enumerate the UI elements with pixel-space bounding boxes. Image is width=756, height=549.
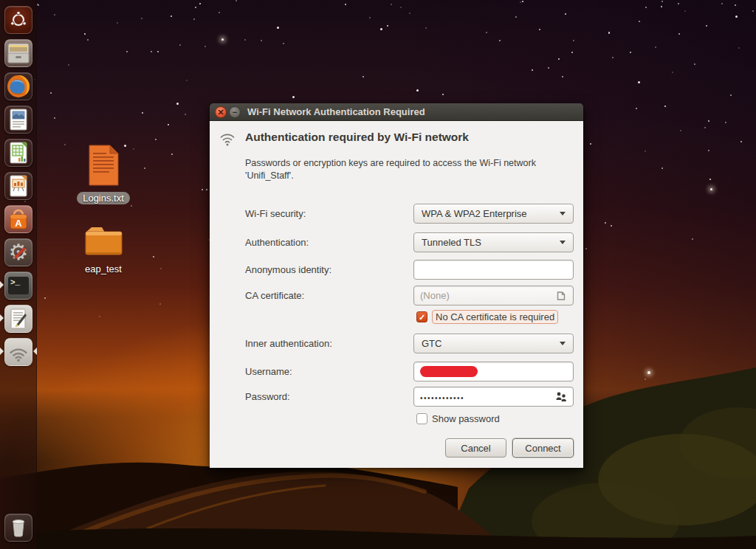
ca-certificate-value: (None) [420,290,450,301]
connect-button[interactable]: Connect [512,438,574,458]
text-editor-icon [4,305,32,333]
focused-indicator-arrow [33,348,37,355]
wifi-security-dropdown[interactable]: WPA & WPA2 Enterprise [413,204,574,224]
running-indicator-arrow [0,314,4,322]
username-row: Username: [210,362,583,381]
launcher-item-terminal[interactable]: >_ [4,271,33,300]
authentication-row: Authentication: Tunneled TLS [210,232,583,252]
launcher-item-trash[interactable] [4,513,33,542]
svg-text:A: A [15,218,22,229]
checkbox-checked-icon[interactable]: ✓ [416,311,427,322]
wifi-security-label: Wi-Fi security: [245,204,306,224]
authentication-label: Authentication: [245,232,309,252]
dialog-body: Authentication required by Wi-Fi network… [210,121,583,468]
launcher-item-system-settings[interactable]: ⚙ [4,238,33,267]
anonymous-identity-input[interactable] [413,260,574,280]
password-row: Password: •••••••••••• [210,387,583,407]
firefox-icon [4,72,32,100]
cancel-button[interactable]: Cancel [445,438,506,458]
wifi-security-row: Wi-Fi security: WPA & WPA2 Enterprise [210,204,583,224]
launcher-item-ubuntu-dash[interactable] [4,5,33,35]
dialog-description: Passwords or encryption keys are require… [245,157,577,183]
libreoffice-writer-icon [4,106,32,134]
show-password-row[interactable]: Show password [416,413,500,424]
username-label: Username: [245,362,292,381]
desktop-icon-logins-file[interactable]: Logins.txt [75,144,131,204]
wifi-icon [219,132,236,147]
system-settings-icon: ⚙ [4,238,32,266]
launcher-item-file-manager[interactable] [4,38,33,68]
text-file-icon [84,144,123,187]
anonymous-identity-row: Anonymous identity: [210,260,583,280]
terminal-icon: >_ [4,272,32,300]
minimize-icon[interactable]: − [229,106,241,118]
username-redaction [420,366,478,377]
desktop-icon-eap-test-folder[interactable]: eap_test [75,224,131,275]
trash-icon [4,514,32,542]
running-indicator-arrow [0,281,4,289]
launcher-item-software-center[interactable]: A [4,204,33,234]
launcher-item-wifi-networks[interactable] [4,337,33,367]
desktop: A ⚙ >_ [0,0,756,549]
no-ca-required-label: No CA certificate is required [432,310,558,324]
username-input[interactable] [413,362,574,381]
checkbox-unchecked-icon[interactable] [416,413,427,424]
libreoffice-calc-icon [4,139,32,167]
close-icon[interactable]: ✕ [215,106,227,118]
folder-icon [82,224,125,258]
authentication-dropdown[interactable]: Tunneled TLS [413,232,574,252]
file-chooser-icon [555,290,567,302]
users-icon [555,391,567,402]
launcher-item-libreoffice-impress[interactable] [4,171,33,201]
wifi-launcher-icon [4,338,32,366]
launcher-item-libreoffice-writer[interactable] [4,105,33,134]
file-manager-icon [4,39,32,67]
wifi-auth-dialog: ✕ − Wi-Fi Network Authentication Require… [210,103,583,468]
wifi-security-value: WPA & WPA2 Enterprise [422,208,527,219]
software-center-icon: A [4,205,32,233]
authentication-value: Tunneled TLS [422,237,481,248]
password-label: Password: [245,387,290,407]
dialog-title: Wi-Fi Network Authentication Required [247,103,425,121]
unity-launcher: A ⚙ >_ [0,0,37,549]
anonymous-identity-label: Anonymous identity: [245,260,331,280]
no-ca-required-checkbox-row[interactable]: ✓ No CA certificate is required [416,310,558,324]
launcher-item-firefox[interactable] [4,72,33,101]
launcher-item-libreoffice-calc[interactable] [4,138,33,168]
inner-authentication-label: Inner authentication: [245,334,332,353]
libreoffice-impress-icon [4,172,32,200]
inner-authentication-row: Inner authentication: GTC [210,334,583,353]
chevron-down-icon [560,241,566,244]
password-value: •••••••••••• [420,392,464,402]
launcher-item-text-editor[interactable] [4,304,33,334]
running-indicator-arrow [0,348,4,355]
ca-certificate-chooser[interactable]: (None) [413,286,574,305]
ubuntu-logo-icon [4,6,32,34]
show-password-label: Show password [432,413,500,424]
dialog-heading: Authentication required by Wi-Fi network [245,131,469,144]
desktop-icon-label: eap_test [79,263,128,275]
password-input[interactable]: •••••••••••• [413,387,574,407]
inner-authentication-dropdown[interactable]: GTC [413,334,574,353]
ca-certificate-label: CA certificate: [245,286,304,305]
ca-certificate-row: CA certificate: (None) [210,286,583,305]
inner-authentication-value: GTC [422,338,441,349]
chevron-down-icon [560,342,566,345]
dialog-titlebar[interactable]: ✕ − Wi-Fi Network Authentication Require… [210,103,583,121]
chevron-down-icon [560,212,566,215]
desktop-icon-label: Logins.txt [77,192,130,204]
